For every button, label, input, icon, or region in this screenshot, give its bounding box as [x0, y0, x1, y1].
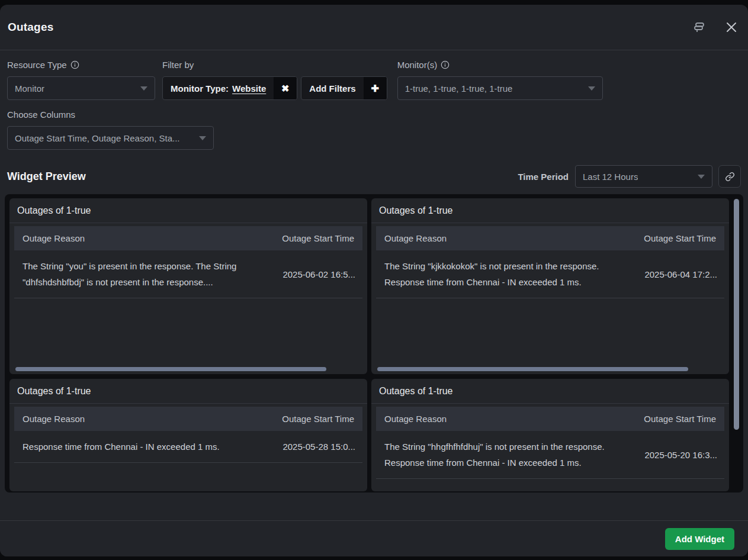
header-actions	[691, 19, 739, 36]
filter-chips: Monitor Type: Website ✖ Add Filters ✚	[162, 76, 387, 100]
info-icon[interactable]	[441, 60, 450, 69]
filter-by-label: Filter by	[162, 60, 387, 70]
widget-panel-4: Outages of 1-true Outage Reason Outage S…	[371, 379, 729, 491]
col-outage-reason: Outage Reason	[384, 414, 447, 424]
dialog-title: Outages	[8, 21, 53, 34]
outage-reason-cell: The String "kjkkokokok" is not present i…	[381, 258, 636, 290]
widget-title: Outages of 1-true	[371, 379, 729, 404]
table-row: The String "hhgfhfhfdhuj" is not present…	[376, 431, 724, 479]
widget-preview-heading: Widget Preview	[7, 170, 86, 183]
widget-title: Outages of 1-true	[371, 198, 729, 223]
widget-preview-bar: Widget Preview Time Period Last 12 Hours	[7, 165, 741, 188]
choose-columns-select[interactable]: Outage Start Time, Outage Reason, Sta...	[7, 126, 214, 150]
widget-settings-icon[interactable]	[691, 19, 708, 36]
chevron-down-icon	[199, 136, 206, 140]
time-period-label: Time Period	[518, 172, 569, 182]
outage-reason-cell: The String "hhgfhfhfdhuj" is not present…	[381, 439, 636, 471]
choose-columns-value: Outage Start Time, Outage Reason, Sta...	[15, 133, 179, 143]
remove-filter-icon[interactable]: ✖	[274, 77, 297, 99]
table-header: Outage Reason Outage Start Time	[376, 226, 724, 250]
widget-panel-2: Outages of 1-true Outage Reason Outage S…	[371, 198, 729, 374]
time-period-value: Last 12 Hours	[583, 172, 638, 182]
time-period-controls: Time Period Last 12 Hours	[518, 165, 741, 188]
monitor-type-chip-value[interactable]: Website	[232, 83, 266, 94]
table-row: Response time from Chennai - IN exceeded…	[14, 431, 362, 463]
outage-reason-cell: Response time from Chennai - IN exceeded…	[19, 439, 274, 455]
outage-reason-cell: The String "you" is present in the respo…	[19, 258, 274, 290]
table-header: Outage Reason Outage Start Time	[376, 407, 724, 431]
widget-grid: Outages of 1-true Outage Reason Outage S…	[9, 198, 729, 493]
monitors-label: Monitor(s)	[397, 60, 603, 70]
resource-type-label: Resource Type	[7, 60, 155, 70]
chevron-down-icon	[140, 86, 147, 91]
chevron-down-icon	[698, 175, 705, 179]
dialog-footer: Add Widget	[0, 520, 748, 556]
vertical-scrollbar[interactable]	[734, 199, 739, 430]
resource-type-select[interactable]: Monitor	[7, 76, 155, 100]
add-widget-button[interactable]: Add Widget	[665, 528, 734, 550]
add-filter-icon[interactable]: ✚	[364, 77, 387, 99]
link-icon-button[interactable]	[718, 165, 741, 188]
outage-start-time-cell: 2025-05-28 15:0...	[282, 442, 358, 452]
table-header: Outage Reason Outage Start Time	[14, 226, 362, 250]
table-header: Outage Reason Outage Start Time	[14, 407, 362, 431]
chevron-down-icon	[588, 86, 595, 91]
widget-preview-area: Outages of 1-true Outage Reason Outage S…	[5, 194, 743, 493]
outage-start-time-cell: 2025-06-04 17:2...	[644, 269, 720, 279]
col-outage-start-time: Outage Start Time	[644, 414, 716, 424]
monitor-type-filter-chip: Monitor Type: Website ✖	[162, 76, 297, 100]
resource-type-value: Monitor	[15, 83, 44, 94]
info-icon[interactable]	[70, 60, 79, 69]
col-outage-reason: Outage Reason	[384, 233, 447, 243]
widget-title: Outages of 1-true	[9, 379, 367, 404]
outage-start-time-cell: 2025-05-20 16:3...	[644, 450, 720, 460]
close-icon[interactable]	[724, 20, 739, 34]
add-filters-chip: Add Filters ✚	[301, 76, 387, 100]
monitor-type-chip-text: Monitor Type: Website	[163, 77, 274, 99]
horizontal-scrollbar[interactable]	[15, 367, 326, 371]
col-outage-start-time: Outage Start Time	[644, 233, 716, 243]
col-outage-reason: Outage Reason	[23, 414, 85, 424]
col-outage-reason: Outage Reason	[23, 233, 85, 243]
monitors-select[interactable]: 1-true, 1-true, 1-true, 1-true	[397, 76, 603, 100]
outages-widget-dialog: Outages Resource Type	[0, 5, 748, 556]
time-period-select[interactable]: Last 12 Hours	[575, 165, 712, 188]
outage-start-time-cell: 2025-06-02 16:5...	[282, 269, 358, 279]
monitors-value: 1-true, 1-true, 1-true, 1-true	[405, 83, 513, 94]
horizontal-scrollbar[interactable]	[377, 367, 688, 371]
widget-panel-3: Outages of 1-true Outage Reason Outage S…	[9, 379, 367, 491]
filters-section: Resource Type Monitor Filter by	[0, 50, 748, 150]
widget-panel-1: Outages of 1-true Outage Reason Outage S…	[9, 198, 367, 374]
widget-title: Outages of 1-true	[9, 198, 367, 223]
dialog-header: Outages	[0, 5, 748, 50]
table-row: The String "kjkkokokok" is not present i…	[376, 250, 724, 298]
choose-columns-label: Choose Columns	[7, 110, 741, 120]
add-filters-label: Add Filters	[301, 77, 363, 99]
table-row: The String "you" is present in the respo…	[14, 250, 362, 298]
col-outage-start-time: Outage Start Time	[282, 414, 354, 424]
col-outage-start-time: Outage Start Time	[282, 233, 354, 243]
